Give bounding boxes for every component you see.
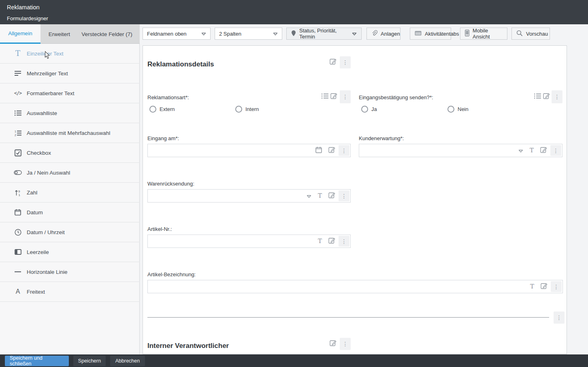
field-menu-button[interactable]: ⋮ [339,236,349,247]
chevron-down-icon [201,31,206,37]
mouse-cursor [45,51,50,59]
edit-icon[interactable] [330,92,337,99]
field-palette-sidebar: Allgemein Erweitert Versteckte Felder (7… [0,24,140,354]
field-label: Eingangsbestätigung senden?*: [359,94,433,100]
search-icon [516,30,523,38]
element-menu-button[interactable]: ⋮ [554,312,565,324]
checkbox-icon [14,149,22,156]
field-type-zahl[interactable]: 91 Zahl [0,183,140,203]
field-type-datum[interactable]: Datum [0,203,140,222]
field-type-checkbox[interactable]: Checkbox [0,143,140,163]
list-icon [14,110,22,116]
field-label: Artikel-Bezeichnung: [147,271,196,277]
section-menu-button[interactable]: ⋮ [340,338,351,350]
edit-icon[interactable] [330,58,337,65]
activity-tabs-button[interactable]: Aktivitätentabs [410,28,451,40]
app-header: Reklamation Formulardesigner [0,0,588,24]
numeric-sort-icon: 91 [14,189,22,196]
field-label: Artikel-Nr.: [147,226,172,232]
edit-icon[interactable] [543,92,550,99]
columns-select[interactable]: 2 Spalten [215,28,282,40]
chevron-down-icon [352,31,357,37]
sidebar-tabbar: Allgemein Erweitert Versteckte Felder (7… [0,24,140,44]
field-type-leerzeile[interactable]: Leerzeile [0,242,140,262]
save-button[interactable]: Speichern [73,356,106,366]
paperclip-icon [371,30,377,38]
edit-icon[interactable] [540,146,547,155]
tab-window-icon [415,31,422,37]
formular-designer-app: Reklamation Formulardesigner Allgemein E… [0,0,588,367]
radio-icon[interactable] [149,106,156,113]
field-menu-button[interactable]: ⋮ [340,90,351,103]
map-pin-icon [291,30,296,38]
radio-icon[interactable] [361,106,368,113]
section-title: Interner Verantwortlicher [147,342,229,350]
action-footer: Speichern und schließen Speichern Abbrec… [0,354,588,367]
field-type-auswahlliste-mehrfach[interactable]: 12 Auswahlliste mit Mehrfachauswahl [0,123,140,143]
text-format-icon[interactable]: T [318,238,322,244]
horizontal-line-icon [14,271,22,273]
cancel-button[interactable]: Abbrechen [110,356,145,366]
radio-icon[interactable] [235,106,242,113]
attachments-button[interactable]: Anlagen [366,28,401,40]
svg-text:1: 1 [19,193,21,196]
field-menu-button[interactable]: ⋮ [339,145,349,156]
tab-erweitert[interactable]: Erweitert [40,24,78,44]
text-format-icon[interactable]: T [318,193,322,199]
dropdown-text-input[interactable]: T ⋮ [359,144,562,157]
status-priority-date-button[interactable]: Status, Priorität, Termin [286,28,362,40]
field-menu-button[interactable]: ⋮ [552,90,562,103]
field-menu-button[interactable]: ⋮ [550,145,561,156]
section-title: Reklamationsdetails [147,60,214,68]
date-input[interactable]: ⋮ [147,144,351,157]
field-type-auswahlliste[interactable]: Auswahlliste [0,103,140,123]
field-label: Eingang am*: [147,135,179,141]
list-icon[interactable] [534,93,541,99]
field-menu-button[interactable]: ⋮ [339,190,349,201]
preview-button[interactable]: Vorschau [511,28,550,40]
edit-icon[interactable] [330,339,337,346]
field-label: Kundenerwartung*: [359,135,404,141]
field-label: Warenrücksendung: [147,181,194,187]
save-and-close-button[interactable]: Speichern und schließen [5,356,69,366]
section-menu-button[interactable]: ⋮ [340,56,351,68]
edit-icon[interactable] [541,282,548,291]
field-type-formatierbarer-text[interactable]: </> Formatierbarer Text [0,83,140,103]
field-type-list: T Einzeiliger Text Mehrzeiliger Text </>… [0,44,140,302]
svg-text:1: 1 [15,130,16,133]
clock-icon [14,229,22,236]
text-format-icon[interactable]: T [530,147,534,154]
field-type-datum-uhrzeit[interactable]: Datum / Uhrzeit [0,222,140,242]
radio-option[interactable]: Nein [447,106,469,113]
radio-option[interactable]: Intern [235,106,259,113]
chevron-down-icon[interactable] [518,147,523,154]
field-type-ja-nein[interactable]: Ja / Nein Auswahl [0,163,140,183]
radio-icon[interactable] [447,106,454,113]
text-input[interactable]: T ⋮ [147,280,563,293]
dropdown-text-input[interactable]: T ⋮ [147,189,351,203]
edit-icon[interactable] [328,237,335,245]
field-label: Reklamationsart*: [147,94,189,100]
text-input[interactable]: T ⋮ [147,235,351,248]
multi-line-text-icon [14,70,22,76]
radio-option[interactable]: Ja [361,106,377,113]
list-icon[interactable] [322,93,328,99]
field-type-mehrzeiliger-text[interactable]: Mehrzeiliger Text [0,64,140,83]
mobile-view-button[interactable]: Mobile Ansicht [460,28,507,40]
toggle-icon [14,170,22,175]
tab-allgemein[interactable]: Allgemein [0,24,40,44]
text-format-icon[interactable]: T [530,284,534,290]
field-type-freitext[interactable]: A Freitext [0,282,140,302]
code-icon: </> [14,90,22,96]
field-names-position-select[interactable]: Feldnamen oben [143,28,211,40]
phone-icon [465,30,469,38]
calendar-icon[interactable] [315,147,322,155]
edit-icon[interactable] [328,146,335,155]
field-type-einzeiliger-text[interactable]: T Einzeiliger Text [0,44,140,64]
tab-versteckte-felder[interactable]: Versteckte Felder (7) [78,24,136,44]
radio-option[interactable]: Extern [149,106,175,113]
chevron-down-icon[interactable] [307,192,311,200]
field-type-horizontale-linie[interactable]: Horizontale Linie [0,262,140,282]
edit-icon[interactable] [328,192,335,200]
field-menu-button[interactable]: ⋮ [551,281,562,292]
